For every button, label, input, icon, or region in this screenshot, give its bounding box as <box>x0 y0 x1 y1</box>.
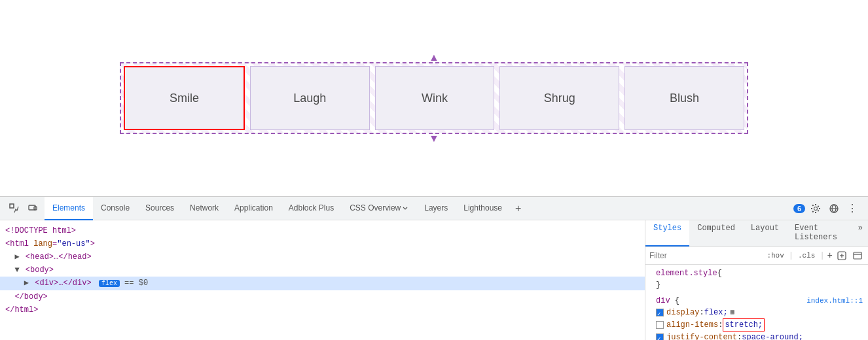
styles-panel: Styles Computed Layout Event Listeners »… <box>645 220 868 340</box>
tab-adblock-plus[interactable]: Adblock Plus <box>281 197 342 220</box>
tab-layers[interactable]: Layers <box>416 197 456 220</box>
styles-tab-computed[interactable]: Computed <box>689 220 743 246</box>
flex-item-smile[interactable]: Smile <box>124 66 245 130</box>
css-rule-align-items: align-items : stretch; <box>651 318 863 332</box>
tab-console[interactable]: Console <box>93 197 137 220</box>
css-justify-content-checkbox[interactable] <box>656 333 664 340</box>
flex-item-label: Blush <box>670 92 699 105</box>
flex-item-blush[interactable]: Blush <box>624 66 744 130</box>
expand-head-arrow[interactable]: ▶ <box>14 252 19 262</box>
div-style-block: div { index.html::1 display : flex; ▦ <box>651 295 863 340</box>
collapse-body-arrow[interactable]: ▼ <box>14 265 19 275</box>
tab-lighthouse[interactable]: Lighthouse <box>456 197 510 220</box>
dom-line-html: <html lang="en-us"> <box>0 237 645 250</box>
flex-item-laugh[interactable]: Laugh <box>250 66 370 130</box>
dom-line-html-close: </html> <box>0 303 645 316</box>
flex-item-label: Laugh <box>293 92 326 105</box>
styles-filter-bar: :hov | .cls | + <box>645 247 868 265</box>
flex-item-wink[interactable]: Wink <box>375 66 495 130</box>
dom-line-div[interactable]: ▶ <div>…</div> flex == $0 <box>0 277 645 290</box>
dom-line-body-open: ▼ <body> <box>0 264 645 277</box>
add-tab-button[interactable]: + <box>510 203 526 214</box>
styles-tab-layout[interactable]: Layout <box>743 220 787 246</box>
tab-css-overview[interactable]: CSS Overview <box>342 197 416 220</box>
tab-network[interactable]: Network <box>182 197 226 220</box>
tab-elements[interactable]: Elements <box>45 197 93 220</box>
dom-line-doctype: <!DOCTYPE html> <box>0 224 645 237</box>
flex-badge: flex <box>99 280 120 287</box>
flex-container: ▲ ▼ Smile Laugh Wink Shrug Blush <box>120 62 748 134</box>
svg-rect-0 <box>10 204 14 208</box>
styles-tabs-bar: Styles Computed Layout Event Listeners » <box>645 220 868 247</box>
css-align-items-value: stretch; <box>723 318 765 332</box>
cls-filter-button[interactable]: .cls <box>796 251 817 260</box>
inspect-element-icon[interactable] <box>7 201 22 216</box>
svg-rect-8 <box>854 252 861 259</box>
element-style-close: } <box>651 279 863 291</box>
styles-tab-more[interactable]: » <box>853 220 868 246</box>
css-rule-display: display : flex; ▦ <box>651 307 863 318</box>
element-style-selector: element.style { <box>651 267 863 279</box>
styles-content: element.style { } div { index.html::1 <box>645 265 868 340</box>
styles-filter-input[interactable] <box>649 251 762 260</box>
devtools-right-icons: 6 ⋮ <box>793 201 865 216</box>
element-style-block: element.style { } <box>651 267 863 291</box>
hover-filter-button[interactable]: :hov <box>765 251 786 260</box>
devtools-panel: Elements Console Sources Network Applica… <box>0 196 868 340</box>
div-selector-line: div { index.html::1 <box>651 295 863 307</box>
more-options-icon[interactable]: ⋮ <box>844 201 860 216</box>
dom-panel: <!DOCTYPE html> <html lang="en-us"> ▶ <h… <box>0 220 645 340</box>
styles-tab-styles[interactable]: Styles <box>645 220 689 246</box>
css-align-items-checkbox[interactable] <box>656 321 664 329</box>
devtools-content: <!DOCTYPE html> <html lang="en-us"> ▶ <h… <box>0 220 868 340</box>
dom-line-body-close: </body> <box>0 290 645 303</box>
tab-application[interactable]: Application <box>226 197 281 220</box>
flex-item-label: Smile <box>170 92 199 105</box>
css-rule-justify-content: justify-content : space-around; <box>651 332 863 340</box>
preview-area: ▲ ▼ Smile Laugh Wink Shrug Blush <box>0 0 868 196</box>
dom-line-head: ▶ <head>…</head> <box>0 250 645 264</box>
css-source-link[interactable]: index.html::1 <box>806 295 863 307</box>
flex-item-label: Wink <box>422 92 448 105</box>
devtools-tabs-bar: Elements Console Sources Network Applica… <box>0 197 868 220</box>
add-style-rule-button[interactable]: + <box>827 250 833 261</box>
element-state-icon[interactable] <box>851 249 864 262</box>
arrow-bottom-icon: ▼ <box>429 133 439 144</box>
remote-devices-icon[interactable] <box>826 201 842 216</box>
flex-item-shrug[interactable]: Shrug <box>499 66 619 130</box>
tab-sources[interactable]: Sources <box>137 197 182 220</box>
device-toggle-icon[interactable] <box>25 201 41 216</box>
expand-div-arrow[interactable]: ▶ <box>24 279 29 288</box>
flex-layout-icon[interactable]: ▦ <box>731 307 734 318</box>
styles-tab-event-listeners[interactable]: Event Listeners <box>787 220 853 246</box>
notification-badge: 6 <box>793 204 805 213</box>
devtools-left-icons <box>3 201 45 216</box>
css-display-checkbox[interactable] <box>656 309 664 316</box>
arrow-top-icon: ▲ <box>429 52 439 63</box>
settings-icon[interactable] <box>808 201 823 216</box>
flex-item-label: Shrug <box>544 92 575 105</box>
new-style-rule-icon[interactable] <box>835 249 848 262</box>
